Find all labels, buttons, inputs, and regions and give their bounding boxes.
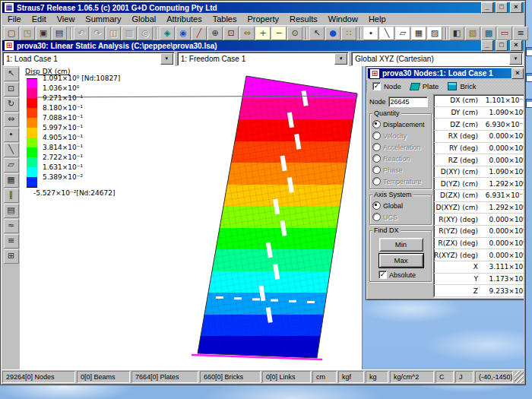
- beam-toggle-icon[interactable]: ╲: [4, 143, 19, 157]
- minimize-button[interactable]: _: [481, 2, 493, 13]
- world-icon[interactable]: ●: [325, 27, 340, 40]
- axis-system-option-label: Global: [383, 202, 403, 210]
- quantity-option-velocity[interactable]: Velocity: [372, 130, 429, 141]
- deform-toggle-icon[interactable]: ≈: [4, 219, 19, 233]
- link-toggle-icon[interactable]: ∥: [4, 188, 19, 203]
- node-toggle-icon[interactable]: ∙: [4, 128, 19, 142]
- row-value: 1.292×10⁰: [482, 180, 524, 188]
- axis-system-combo[interactable]: Global XYZ (Cartesian) ▼: [351, 52, 524, 66]
- status-segment: cm: [312, 371, 337, 383]
- row-label: RX (deg): [434, 132, 482, 140]
- node-field-label: Node: [369, 98, 386, 106]
- chevron-down-icon[interactable]: ▼: [160, 53, 173, 65]
- status-segment: kg/cm^2: [390, 371, 434, 383]
- freedom-case-combo[interactable]: 1: Freedom Case 1 ▼: [177, 52, 350, 66]
- open-file-icon[interactable]: ◳: [20, 27, 35, 40]
- maximize-button[interactable]: □: [496, 2, 508, 13]
- model-viewport[interactable]: X: [20, 66, 362, 369]
- load-case-combo[interactable]: 1: Load Case 1 ▼: [2, 52, 175, 66]
- find-max-button[interactable]: Max: [379, 254, 423, 268]
- pan-view-icon[interactable]: ⇔: [4, 112, 19, 127]
- plate-toggle-icon[interactable]: ▱: [4, 158, 19, 173]
- menu-item-property[interactable]: Property: [242, 14, 284, 24]
- save-file-icon[interactable]: ▣: [36, 27, 51, 40]
- node-input[interactable]: [388, 97, 428, 107]
- menu-item-window[interactable]: Window: [323, 14, 363, 24]
- layers-icon[interactable]: ▧: [465, 27, 480, 40]
- new-file-icon[interactable]: ▢: [4, 27, 19, 40]
- menu-item-summary[interactable]: Summary: [80, 14, 126, 24]
- menu-item-attributes[interactable]: Attributes: [161, 14, 207, 24]
- absolute-checkbox[interactable]: ✓: [378, 271, 387, 279]
- quantity-option-acceleration[interactable]: Acceleration: [372, 141, 429, 153]
- pointer-icon[interactable]: ↖: [4, 67, 19, 81]
- menu-item-edit[interactable]: Edit: [27, 14, 52, 24]
- chevron-down-icon[interactable]: ▼: [334, 53, 347, 65]
- desktop-icon[interactable]: [526, 73, 532, 82]
- brick-toggle[interactable]: Brick: [448, 82, 476, 90]
- resize-grip[interactable]: [515, 371, 524, 383]
- node-toggle[interactable]: ✓Node: [372, 82, 401, 90]
- select-node-icon[interactable]: ∙: [363, 27, 378, 40]
- zoom-box-icon[interactable]: ⊡: [4, 82, 19, 97]
- contour-settings-icon[interactable]: ◧: [449, 27, 464, 40]
- globe-view-icon[interactable]: ◉: [176, 27, 191, 40]
- doc-close-button[interactable]: ×: [510, 40, 522, 51]
- toolbar-separator: [445, 27, 447, 40]
- axis-system-option-ucs[interactable]: UCS: [372, 211, 429, 223]
- draw-tool-icon[interactable]: ╱: [192, 27, 207, 40]
- select-beam-icon[interactable]: ╲: [379, 27, 394, 40]
- table-row: DZ (cm)6.930×10⁻¹: [434, 119, 524, 131]
- model-canvas[interactable]: X Disp DX (cm) 1.091×10⁰ [Nd:10827]1.036…: [20, 66, 363, 369]
- zoom-out-icon[interactable]: −: [271, 27, 287, 40]
- display-options-icon[interactable]: ⊞: [4, 249, 19, 264]
- select-region-icon[interactable]: ▨: [427, 27, 442, 40]
- entity-display-icon[interactable]: ◈: [160, 27, 175, 40]
- menu-item-tables[interactable]: Tables: [207, 14, 242, 24]
- quantity-option-reaction[interactable]: Reaction: [372, 153, 429, 164]
- table-row: R(XY) (deg)0.000×10⁰: [434, 214, 524, 226]
- contour-toggle-icon[interactable]: ▤: [4, 204, 19, 218]
- plate-toggle[interactable]: Plate: [410, 82, 439, 90]
- report-icon[interactable]: ▭: [497, 27, 512, 40]
- menu-item-results[interactable]: Results: [284, 14, 323, 24]
- quantity-option-label: Acceleration: [383, 144, 421, 151]
- select-plate-icon[interactable]: ▱: [395, 27, 410, 40]
- palette-icon[interactable]: ▩: [481, 27, 496, 40]
- magnify-icon[interactable]: ⊙: [287, 27, 302, 40]
- find-min-button[interactable]: Min: [379, 238, 423, 252]
- menu-item-help[interactable]: Help: [363, 14, 391, 24]
- select-brick-icon[interactable]: ▦: [411, 27, 426, 40]
- zoom-window-icon[interactable]: ⊡: [223, 27, 239, 40]
- zoom-extents-icon[interactable]: ⊕: [207, 27, 223, 40]
- rotate-view-icon[interactable]: ↻: [4, 97, 19, 112]
- doc-restore-button[interactable]: □: [496, 40, 508, 51]
- axis-system-option-global[interactable]: Global: [372, 200, 429, 211]
- doc-minimize-button[interactable]: _: [481, 40, 493, 51]
- panel-controls: Node Quantity DisplacementVelocityAccele…: [368, 94, 433, 298]
- options-icon[interactable]: ≡: [513, 27, 528, 40]
- desktop-icon[interactable]: [526, 99, 532, 108]
- find-icon: ◎: [138, 27, 153, 40]
- brick-toggle-icon[interactable]: ▦: [4, 173, 19, 188]
- desktop-icon[interactable]: [526, 47, 532, 56]
- close-button[interactable]: ×: [510, 2, 522, 13]
- quantity-option-displacement[interactable]: Displacement: [372, 119, 429, 130]
- panel-close-button[interactable]: ×: [511, 68, 524, 79]
- radio-icon: [372, 177, 381, 185]
- status-segment: 660[0] Bricks: [200, 371, 261, 383]
- left-toolbar: ↖⊡↻⇔∙╲▱▦∥▤≈≡⊞: [2, 66, 20, 369]
- undo-icon: ↶: [74, 27, 89, 40]
- zoom-in-icon[interactable]: +: [255, 27, 271, 40]
- menu-item-view[interactable]: View: [52, 14, 81, 24]
- select-arrow-icon[interactable]: ↖: [309, 27, 325, 40]
- chevron-down-icon[interactable]: ▼: [509, 53, 522, 65]
- quantity-option-temperature[interactable]: Temperature: [372, 176, 429, 187]
- pan-icon[interactable]: ⇔: [239, 27, 255, 40]
- snap-grid-icon[interactable]: ∷: [341, 27, 356, 40]
- menu-item-file[interactable]: File: [2, 14, 27, 24]
- annotate-icon[interactable]: ≡: [4, 234, 19, 249]
- menu-item-global[interactable]: Global: [126, 14, 161, 24]
- quantity-option-phase[interactable]: Phase: [372, 164, 429, 176]
- print-icon[interactable]: ▤: [52, 27, 67, 40]
